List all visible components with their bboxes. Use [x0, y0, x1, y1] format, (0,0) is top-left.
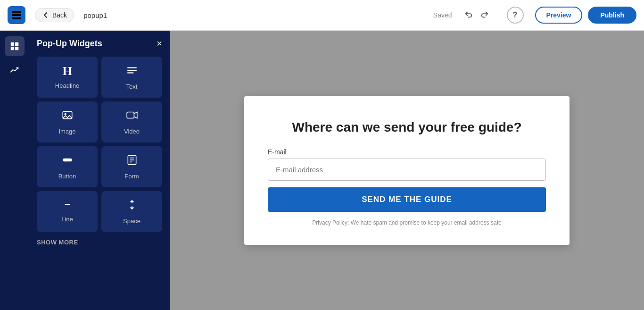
form-label: Form [124, 173, 139, 180]
publish-label: Publish [600, 11, 624, 19]
help-icon: ? [513, 11, 518, 19]
video-icon [126, 109, 138, 124]
undo-button[interactable] [462, 8, 476, 23]
svg-rect-13 [63, 159, 72, 162]
panel-title: Pop-Up Widgets [37, 39, 102, 49]
widget-headline[interactable]: H Headline [37, 57, 98, 98]
svg-rect-0 [12, 11, 21, 13]
widget-image[interactable]: Image [37, 101, 98, 142]
text-label: Text [126, 83, 138, 90]
svg-rect-6 [15, 47, 18, 50]
svg-rect-12 [127, 112, 134, 118]
panel-header: Pop-Up Widgets × [37, 38, 162, 49]
widget-button[interactable]: Button [37, 146, 98, 187]
popup-headline: Where can we send your free guide? [292, 120, 521, 135]
sidebar-icons [0, 31, 29, 310]
sidebar-item-widgets[interactable] [5, 36, 25, 56]
space-icon [126, 199, 138, 214]
button-label: Button [58, 173, 76, 180]
canvas-area: Where can we send your free guide? E-mai… [170, 31, 644, 310]
popup-name: popup1 [83, 11, 107, 19]
svg-point-11 [64, 113, 66, 115]
email-label: E-mail [268, 148, 287, 156]
widget-form[interactable]: Form [101, 146, 162, 187]
send-guide-button[interactable]: SEND ME THE GUIDE [268, 187, 546, 212]
app-logo [8, 6, 25, 24]
widgets-grid: H Headline Text [37, 57, 162, 232]
saved-status: Saved [433, 11, 452, 19]
help-button[interactable]: ? [507, 7, 524, 24]
image-label: Image [58, 128, 75, 135]
back-button[interactable]: Back [35, 8, 74, 22]
space-label: Space [123, 218, 140, 225]
svg-rect-5 [11, 47, 14, 50]
svg-rect-3 [11, 42, 14, 46]
button-icon [61, 154, 74, 169]
send-guide-label: SEND ME THE GUIDE [362, 195, 452, 204]
sidebar-item-analytics[interactable] [5, 60, 25, 80]
headline-label: Headline [55, 82, 79, 89]
privacy-text: Privacy Policy: We hate spam and promise… [312, 219, 501, 226]
svg-rect-18 [65, 204, 70, 205]
back-label: Back [52, 11, 67, 19]
svg-rect-4 [15, 42, 18, 46]
panel-close-button[interactable]: × [157, 38, 162, 49]
image-icon [61, 109, 74, 124]
preview-label: Preview [546, 11, 571, 19]
text-icon [126, 64, 138, 79]
undo-redo-group [462, 8, 492, 23]
widget-space[interactable]: Space [101, 191, 162, 232]
main-layout: Pop-Up Widgets × H Headline Text [0, 31, 644, 310]
line-label: Line [61, 216, 73, 223]
preview-button[interactable]: Preview [535, 7, 583, 24]
popup-card: Where can we send your free guide? E-mai… [244, 96, 570, 245]
widget-text[interactable]: Text [101, 57, 162, 98]
email-input[interactable] [268, 159, 546, 181]
headline-icon: H [62, 64, 72, 78]
svg-rect-1 [12, 14, 21, 16]
show-more-button[interactable]: SHOW MORE [37, 239, 162, 246]
topbar: Back popup1 Saved ? Preview Publish [0, 0, 644, 31]
widgets-panel: Pop-Up Widgets × H Headline Text [29, 31, 170, 310]
publish-button[interactable]: Publish [588, 7, 636, 24]
redo-button[interactable] [478, 8, 492, 23]
line-icon [61, 199, 74, 212]
widget-line[interactable]: Line [37, 191, 98, 232]
video-label: Video [124, 128, 140, 135]
widget-video[interactable]: Video [101, 101, 162, 142]
svg-rect-2 [12, 17, 21, 19]
form-icon [126, 154, 138, 169]
